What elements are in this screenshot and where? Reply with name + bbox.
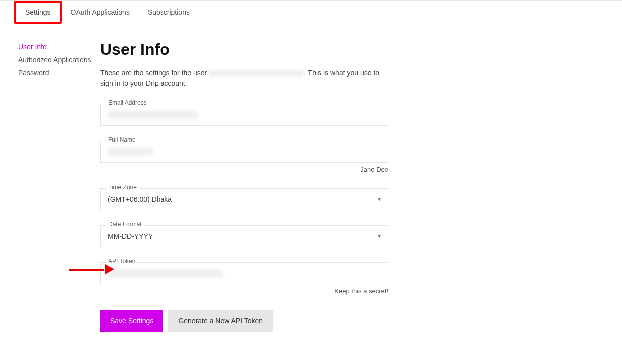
- chevron-down-icon: ▾: [378, 233, 381, 240]
- field-apitoken: API Token Keep this a secret!: [100, 262, 388, 295]
- apitoken-label: API Token: [106, 258, 137, 265]
- button-row: Save Settings Generate a New API Token: [100, 310, 388, 332]
- email-input[interactable]: [100, 104, 388, 126]
- field-fullname: Full Name Jane Doe: [100, 141, 388, 173]
- redacted-apitoken-value: [108, 269, 223, 277]
- fullname-label: Full Name: [106, 136, 138, 143]
- desc-pre: These are the settings for the user: [100, 69, 209, 77]
- apitoken-input[interactable]: [100, 262, 388, 284]
- tab-subscriptions[interactable]: Subscriptions: [139, 1, 199, 24]
- sidebar-item-user-info[interactable]: User Info: [18, 40, 100, 53]
- annotation-arrow: [69, 264, 114, 274]
- timezone-value: (GMT+06:00) Dhaka: [108, 195, 172, 203]
- page-title: User Info: [100, 40, 388, 59]
- redacted-email-value: [108, 111, 198, 119]
- timezone-select[interactable]: (GMT+06:00) Dhaka ▾: [100, 188, 388, 210]
- field-timezone: Time Zone (GMT+06:00) Dhaka ▾: [100, 188, 388, 210]
- fullname-helper: Jane Doe: [100, 166, 388, 173]
- email-label: Email Address: [106, 99, 149, 106]
- dateformat-value: MM-DD-YYYY: [108, 232, 153, 240]
- redacted-username: [209, 70, 304, 77]
- arrow-head-icon: [105, 264, 114, 274]
- sidebar-item-authorized-applications[interactable]: Authorized Applications: [18, 53, 100, 66]
- redacted-fullname-value: [108, 148, 153, 156]
- apitoken-helper: Keep this a secret!: [100, 287, 388, 295]
- sidebar-item-password[interactable]: Password: [18, 66, 100, 79]
- sidebar: User Info Authorized Applications Passwo…: [0, 40, 100, 332]
- field-email: Email Address: [100, 104, 388, 126]
- save-settings-button[interactable]: Save Settings: [100, 310, 163, 332]
- top-tabs: Settings OAuth Applications Subscription…: [0, 0, 622, 24]
- tab-oauth-applications[interactable]: OAuth Applications: [62, 1, 139, 24]
- tab-settings[interactable]: Settings: [14, 1, 62, 24]
- main-content: User Info These are the settings for the…: [100, 40, 388, 332]
- arrow-line: [69, 269, 104, 271]
- chevron-down-icon: ▾: [378, 196, 381, 203]
- generate-api-token-button[interactable]: Generate a New API Token: [168, 310, 273, 332]
- dateformat-select[interactable]: MM-DD-YYYY ▾: [100, 225, 388, 247]
- page-description: These are the settings for the user . Th…: [100, 68, 388, 89]
- timezone-label: Time Zone: [106, 184, 139, 191]
- fullname-input[interactable]: [100, 141, 388, 163]
- dateformat-label: Date Format: [106, 221, 144, 228]
- field-dateformat: Date Format MM-DD-YYYY ▾: [100, 225, 388, 247]
